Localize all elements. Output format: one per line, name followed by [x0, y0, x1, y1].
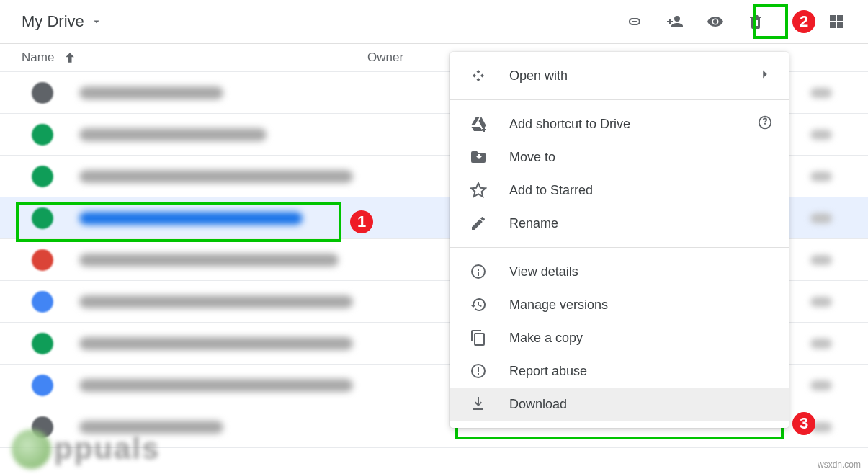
menu-divider: [450, 99, 789, 100]
file-owner: [810, 213, 832, 223]
download-icon: [469, 395, 488, 413]
menu-add-starred[interactable]: Add to Starred: [450, 174, 789, 207]
file-owner: [810, 88, 832, 98]
menu-add-shortcut[interactable]: Add shortcut to Drive: [450, 107, 789, 140]
open-with-icon: [469, 66, 488, 85]
file-name: [79, 86, 223, 99]
file-name: [79, 128, 267, 141]
file-owner: [810, 130, 832, 140]
drive-add-icon: [469, 115, 488, 133]
menu-view-details[interactable]: View details: [450, 255, 789, 288]
menu-download-label: Download: [509, 397, 567, 412]
file-type-icon: [32, 82, 53, 104]
help-icon[interactable]: [757, 115, 773, 134]
preview-button[interactable]: [705, 12, 725, 32]
watermark: wsxdn.com: [818, 460, 861, 470]
menu-make-copy-label: Make a copy: [509, 331, 583, 346]
file-type-icon: [32, 291, 53, 313]
menu-rename[interactable]: Rename: [450, 207, 789, 240]
column-header-name[interactable]: Name: [22, 50, 367, 65]
trash-icon: [747, 13, 764, 30]
get-link-button[interactable]: [625, 12, 645, 32]
file-name: [79, 295, 353, 308]
arrow-up-icon: [63, 50, 77, 65]
context-menu: Open with Add shortcut to Drive Move to …: [450, 52, 789, 428]
file-owner: [810, 380, 832, 390]
file-type-icon: [32, 124, 53, 146]
breadcrumb-label: My Drive: [22, 12, 84, 31]
menu-move-to-label: Move to: [509, 150, 555, 165]
menu-open-with[interactable]: Open with: [450, 59, 789, 92]
menu-make-copy[interactable]: Make a copy: [450, 321, 789, 354]
info-icon: [469, 262, 488, 281]
breadcrumb[interactable]: My Drive: [22, 12, 103, 31]
menu-report-abuse-label: Report abuse: [509, 364, 587, 379]
file-type-icon: [32, 166, 53, 187]
menu-rename-label: Rename: [509, 216, 558, 231]
person-add-icon: [666, 13, 684, 30]
source-logo-text: ppuals: [54, 431, 160, 466]
menu-download[interactable]: Download: [450, 388, 789, 421]
file-type-icon: [32, 207, 53, 229]
column-header-owner-label: Owner: [367, 50, 403, 64]
file-owner: [810, 297, 832, 307]
grid-view-button[interactable]: [826, 12, 846, 32]
file-type-icon: [32, 249, 53, 271]
chevron-down-icon: [90, 15, 103, 28]
share-button[interactable]: [665, 12, 685, 32]
more-actions-button[interactable]: [786, 12, 806, 32]
delete-button[interactable]: [746, 12, 766, 32]
link-icon: [626, 13, 643, 30]
grid-icon: [828, 13, 845, 30]
header: My Drive: [0, 0, 868, 43]
move-to-icon: [469, 148, 488, 166]
menu-manage-versions[interactable]: Manage versions: [450, 288, 789, 321]
file-name: [79, 212, 303, 225]
file-owner: [810, 339, 832, 349]
file-owner: [810, 422, 832, 432]
file-name: [79, 379, 353, 392]
rename-icon: [469, 214, 488, 233]
file-type-icon: [32, 375, 53, 396]
file-owner: [810, 171, 832, 182]
file-owner: [810, 255, 832, 265]
more-vert-icon: [787, 13, 805, 30]
report-icon: [469, 362, 488, 380]
file-name: [79, 337, 353, 350]
menu-add-shortcut-label: Add shortcut to Drive: [509, 117, 630, 132]
history-icon: [469, 295, 488, 314]
menu-open-with-label: Open with: [509, 68, 568, 84]
chevron-right-icon: [757, 66, 773, 86]
eye-icon: [707, 13, 724, 30]
file-type-icon: [32, 333, 53, 354]
column-header-name-label: Name: [22, 50, 54, 65]
toolbar: [625, 12, 851, 32]
copy-icon: [469, 328, 488, 347]
menu-move-to[interactable]: Move to: [450, 140, 789, 174]
source-logo: ppuals: [0, 424, 180, 474]
menu-divider: [450, 247, 789, 248]
file-name: [79, 170, 353, 183]
menu-manage-versions-label: Manage versions: [509, 298, 608, 313]
menu-view-details-label: View details: [509, 264, 578, 280]
menu-report-abuse[interactable]: Report abuse: [450, 354, 789, 388]
star-icon: [469, 181, 488, 200]
menu-add-starred-label: Add to Starred: [509, 183, 593, 198]
file-name: [79, 254, 339, 267]
